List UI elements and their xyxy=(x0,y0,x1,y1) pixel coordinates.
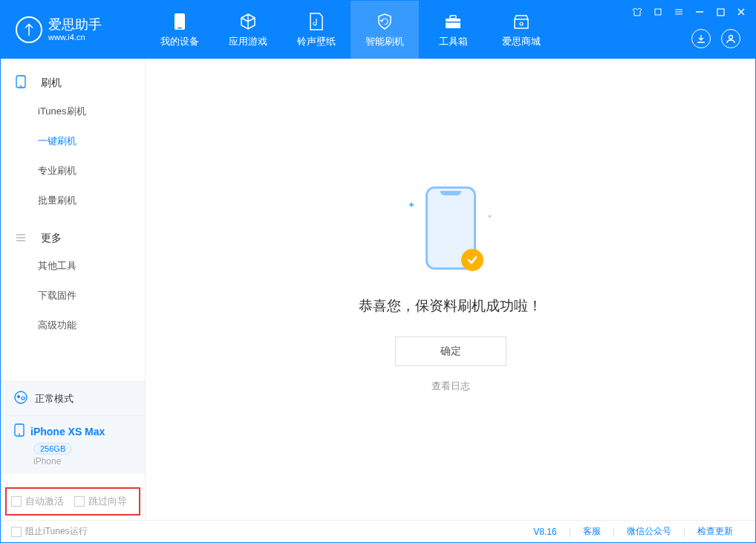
sparkle-icon: ✦ xyxy=(487,213,492,220)
sidebar: 刷机 iTunes刷机 一键刷机 专业刷机 批量刷机 更多 其他工具 下载固件 … xyxy=(1,59,146,520)
support-link[interactable]: 客服 xyxy=(571,525,613,538)
close-button[interactable] xyxy=(734,5,748,19)
device-type: iPhone xyxy=(33,456,131,466)
svg-point-15 xyxy=(19,434,20,435)
svg-rect-1 xyxy=(177,27,182,29)
view-log-link[interactable]: 查看日志 xyxy=(431,380,470,393)
header-tabs: 我的设备 应用游戏 铃声壁纸 智能刷机 工具箱 爱思商城 xyxy=(146,1,555,59)
svg-point-8 xyxy=(729,36,733,39)
pin-icon[interactable] xyxy=(651,5,665,19)
svg-rect-10 xyxy=(19,86,22,87)
music-file-icon xyxy=(309,12,324,31)
device-name: iPhone XS Max xyxy=(30,426,105,438)
phone-icon xyxy=(16,75,33,91)
ok-button[interactable]: 确定 xyxy=(395,336,506,366)
app-header: 爱思助手 www.i4.cn 我的设备 应用游戏 铃声壁纸 智能刷机 工具箱 爱… xyxy=(1,1,755,59)
sidebar-item-download-firmware[interactable]: 下载固件 xyxy=(1,281,145,310)
svg-rect-3 xyxy=(450,16,456,19)
window-controls xyxy=(630,5,748,19)
toolbox-icon xyxy=(444,12,462,31)
check-update-link[interactable]: 检查更新 xyxy=(685,525,745,538)
svg-rect-7 xyxy=(717,9,724,16)
svg-rect-4 xyxy=(446,22,460,23)
user-icon[interactable] xyxy=(721,29,740,48)
tab-apps-games[interactable]: 应用游戏 xyxy=(214,1,282,59)
sparkle-icon: ✦ xyxy=(408,200,415,210)
tab-smart-flash[interactable]: 智能刷机 xyxy=(351,1,419,59)
success-illustration: ✦ ✦ xyxy=(399,186,503,276)
mode-icon xyxy=(14,391,27,406)
success-message: 恭喜您，保资料刷机成功啦！ xyxy=(359,296,542,316)
app-logo-icon xyxy=(16,16,42,43)
success-check-icon xyxy=(461,249,483,271)
device-info-box[interactable]: iPhone XS Max 256GB iPhone xyxy=(1,416,145,474)
sidebar-item-pro-flash[interactable]: 专业刷机 xyxy=(1,156,145,186)
refresh-shield-icon xyxy=(376,12,394,31)
app-subtitle: www.i4.cn xyxy=(48,33,102,42)
tab-my-device[interactable]: 我的设备 xyxy=(146,1,214,59)
device-mode-box[interactable]: 正常模式 xyxy=(1,381,145,416)
svg-point-11 xyxy=(15,391,27,403)
minimize-button[interactable] xyxy=(693,5,706,19)
svg-point-5 xyxy=(520,22,523,25)
store-icon xyxy=(512,12,530,31)
version-label: V8.16 xyxy=(533,527,568,537)
list-icon xyxy=(16,233,33,244)
header-right-icons xyxy=(691,29,740,48)
download-icon[interactable] xyxy=(691,29,711,48)
cube-icon xyxy=(239,12,257,31)
maximize-button[interactable] xyxy=(714,5,727,19)
sidebar-item-itunes-flash[interactable]: iTunes刷机 xyxy=(1,97,145,126)
auto-activate-checkbox[interactable]: 自动激活 xyxy=(11,495,64,508)
menu-icon[interactable] xyxy=(672,5,685,19)
svg-rect-6 xyxy=(655,9,661,15)
status-bar: 阻止iTunes运行 V8.16 | 客服 | 微信公众号 | 检查更新 xyxy=(1,520,755,542)
tab-toolbox[interactable]: 工具箱 xyxy=(419,1,487,59)
tab-store[interactable]: 爱思商城 xyxy=(487,1,555,59)
wechat-link[interactable]: 微信公众号 xyxy=(615,525,683,538)
sidebar-item-oneclick-flash[interactable]: 一键刷机 xyxy=(1,126,145,156)
svg-rect-2 xyxy=(446,19,460,28)
svg-point-12 xyxy=(17,395,20,398)
tab-ringtones-wallpapers[interactable]: 铃声壁纸 xyxy=(282,1,351,59)
device-icon xyxy=(174,12,186,31)
sidebar-section-flash: 刷机 xyxy=(1,69,145,97)
sidebar-item-batch-flash[interactable]: 批量刷机 xyxy=(1,186,145,215)
skip-guide-checkbox[interactable]: 跳过向导 xyxy=(74,495,127,508)
device-capacity: 256GB xyxy=(33,443,72,455)
block-itunes-checkbox[interactable]: 阻止iTunes运行 xyxy=(11,525,88,538)
main-content: ✦ ✦ 恭喜您，保资料刷机成功啦！ 确定 查看日志 xyxy=(146,59,755,520)
highlighted-options-box: 自动激活 跳过向导 xyxy=(5,487,140,516)
sidebar-section-more: 更多 xyxy=(1,226,145,251)
svg-rect-0 xyxy=(175,13,185,30)
device-phone-icon xyxy=(14,423,25,440)
sidebar-item-other-tools[interactable]: 其他工具 xyxy=(1,251,145,281)
sidebar-item-advanced[interactable]: 高级功能 xyxy=(1,310,145,340)
logo-area: 爱思助手 www.i4.cn xyxy=(1,16,146,43)
svg-point-13 xyxy=(22,397,25,400)
app-title: 爱思助手 xyxy=(48,18,102,33)
shirt-icon[interactable] xyxy=(630,5,644,19)
